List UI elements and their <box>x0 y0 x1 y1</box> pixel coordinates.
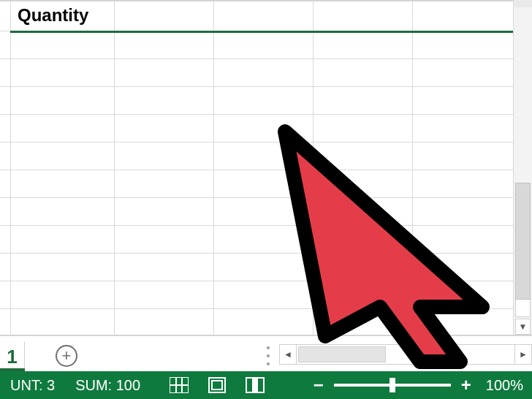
view-switcher <box>164 376 273 395</box>
tab-splitter-handle[interactable] <box>265 343 272 368</box>
zoom-control: − + 100% <box>311 377 532 394</box>
svg-rect-5 <box>212 381 222 390</box>
excel-window: Quantity ▼ 1 + ◄ ► UNT: 3 SUM: 100 <box>0 0 532 399</box>
page-break-icon <box>246 377 265 393</box>
sheet-tab-active[interactable]: 1 <box>0 342 25 370</box>
normal-view-button[interactable] <box>168 376 190 395</box>
horizontal-scroll-track[interactable] <box>297 344 514 365</box>
status-bar: UNT: 3 SUM: 100 − + 100% <box>0 371 532 399</box>
grid-icon <box>170 377 189 393</box>
sheet-tab-bar: 1 + ◄ ► <box>0 335 532 371</box>
scroll-left-button[interactable]: ◄ <box>279 344 297 365</box>
vertical-scroll-thumb[interactable] <box>515 183 531 300</box>
scroll-down-button[interactable]: ▼ <box>515 319 531 335</box>
vertical-scrollbar[interactable]: ▼ <box>513 0 532 335</box>
status-count: UNT: 3 <box>0 377 65 394</box>
table-header-border <box>10 31 513 33</box>
new-sheet-button[interactable]: + <box>56 345 77 367</box>
chevron-right-icon: ► <box>519 349 528 360</box>
zoom-in-button[interactable]: + <box>458 377 474 393</box>
svg-rect-7 <box>252 378 258 392</box>
page-break-view-button[interactable] <box>244 376 266 395</box>
zoom-slider-thumb[interactable] <box>390 378 395 392</box>
worksheet-grid[interactable]: Quantity <box>0 0 513 335</box>
chevron-left-icon: ◄ <box>284 349 292 360</box>
zoom-value[interactable]: 100% <box>482 377 523 394</box>
status-sum: SUM: 100 <box>65 377 151 394</box>
minus-icon: − <box>314 375 324 395</box>
column-header-cell[interactable]: Quantity <box>10 3 88 28</box>
plus-icon: + <box>461 375 471 395</box>
zoom-slider-track[interactable] <box>334 384 451 387</box>
page-layout-view-button[interactable] <box>206 376 228 395</box>
scroll-right-button[interactable]: ► <box>514 344 532 365</box>
zoom-out-button[interactable]: − <box>311 377 327 393</box>
chevron-down-icon: ▼ <box>519 322 528 332</box>
page-layout-icon <box>208 377 226 393</box>
horizontal-scroll-thumb[interactable] <box>298 346 386 362</box>
horizontal-scrollbar[interactable]: ◄ ► <box>279 343 532 365</box>
plus-icon: + <box>62 346 72 365</box>
